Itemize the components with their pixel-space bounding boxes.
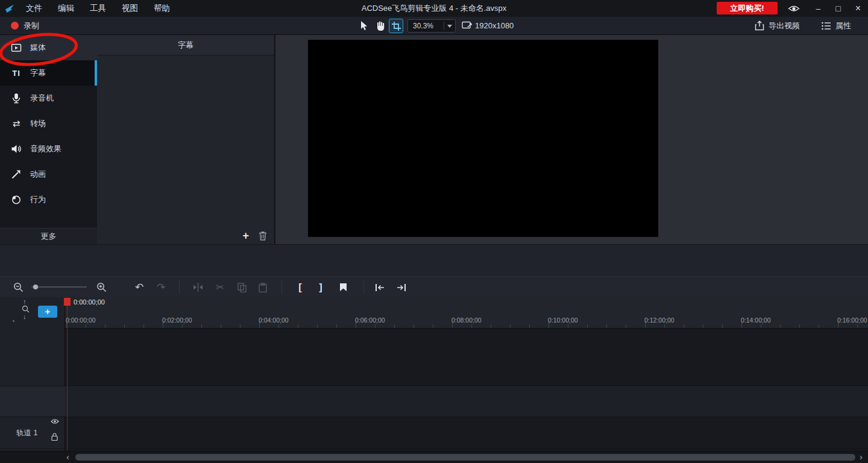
sidebar-item-subtitle[interactable]: TI 字幕 [0,60,97,86]
copy-icon [237,283,247,292]
animation-icon [10,169,22,180]
toolbar-separator [281,280,282,294]
export-video-button[interactable]: 导出视频 [755,17,800,34]
ruler-tick-label: 0:06:00;00 [355,317,385,324]
list-icon [822,22,831,30]
lock-icon [51,433,58,441]
zoom-out-icon [13,282,24,292]
copy-button[interactable] [234,277,249,298]
timeline-track-1-lane[interactable] [65,417,868,449]
project-resolution: 1920x1080 [475,17,514,34]
cut-button[interactable]: ✂ [213,277,227,298]
toolbar-separator [363,280,364,294]
menu-help[interactable]: 帮助 [146,0,178,17]
ruler-tick-label: 0:02:00;00 [162,317,192,324]
microphone-icon [10,93,22,104]
ruler-tick-label: 0:14:00;00 [741,317,771,324]
gutter-dot [13,320,14,322]
playhead-time-label: 0:00:00;00 [74,298,105,306]
track-lock-toggle[interactable] [51,433,58,441]
resolution-icon[interactable] [462,21,472,31]
redo-button[interactable]: ↷ [154,277,168,298]
hand-tool-button[interactable] [373,19,388,33]
sidebar-item-transitions[interactable]: ⇄ 转场 [0,111,97,136]
timeline-lane-upper[interactable] [65,329,868,386]
maximize-button[interactable]: □ [828,0,848,17]
track-visibility-toggle[interactable] [51,418,59,424]
menu-edit[interactable]: 编辑 [50,0,82,17]
panel-header: 字幕 [97,35,274,55]
hand-icon [376,21,385,31]
undo-button[interactable]: ↶ [132,277,146,298]
preview-area [275,35,868,244]
buy-now-button[interactable]: 立即购买! [717,2,778,14]
panel-footer: + [97,227,274,244]
track-zoom-icon[interactable] [22,305,30,313]
timeline-horizontal-scrollbar: ‹ › [0,451,868,463]
sidebar-item-label: 动画 [30,169,46,180]
add-marker-button[interactable] [336,277,350,298]
select-tool-button[interactable] [357,19,371,33]
record-button[interactable]: 录制 [24,17,39,34]
behavior-icon [10,194,22,205]
sidebar-item-audio-effects[interactable]: 音频效果 [0,136,97,162]
timeline-zoom-out-button[interactable] [13,277,24,298]
timeline-toolbar: ↶ ↷ ✂ [ ] [0,276,868,297]
ruler-tick-label: 0:04:00;00 [259,317,289,324]
properties-button[interactable]: 属性 [822,17,851,34]
track-height-decrease-button[interactable]: ↓ [23,313,27,320]
jump-to-start-button[interactable] [373,277,387,298]
sidebar-item-animation[interactable]: 动画 [0,162,97,187]
timeline-zoom-in-button[interactable] [96,277,107,298]
sidebar-item-label: 转场 [30,118,46,129]
scroll-right-button[interactable]: › [860,452,863,463]
playhead-handle[interactable] [64,298,71,306]
subtitle-panel: 字幕 + [97,35,275,244]
sidebar-item-label: 字幕 [30,68,46,78]
sidebar-item-label: 录音机 [30,93,54,104]
acdsee-eye-icon[interactable] [787,3,800,13]
timeline-ruler[interactable]: 0:00:00;00 0:02:00;00 0:04:00;00 0:06:00… [65,297,868,329]
track-height-increase-button[interactable]: ↑ [23,298,27,305]
scroll-left-button[interactable]: ‹ [66,452,69,463]
split-clip-button[interactable] [190,277,205,298]
record-icon[interactable] [11,22,19,30]
paste-icon [259,283,267,292]
sidebar-item-label: 行为 [30,194,46,205]
ruler-tick-label: 0:12:00;00 [644,317,675,324]
sidebar-item-media[interactable]: 媒体 [0,35,97,60]
media-icon [10,42,22,53]
zoom-level-select[interactable]: 30.3% [407,19,456,33]
add-subtitle-button[interactable]: + [242,230,249,242]
menu-file[interactable]: 文件 [18,0,50,17]
timeline-zoom-slider[interactable] [31,286,87,288]
crop-tool-button[interactable] [389,19,403,33]
eye-icon [51,418,59,424]
ruler-tick-label: 0:16:00;00 [837,317,867,324]
jump-to-end-button[interactable] [394,277,409,298]
minimize-button[interactable]: – [808,0,828,17]
menu-view[interactable]: 视图 [114,0,146,17]
subtitle-icon: TI [10,69,22,78]
close-button[interactable]: × [848,0,868,17]
scrollbar-thumb[interactable] [75,454,855,461]
transitions-icon: ⇄ [10,118,22,129]
jump-start-icon [375,283,385,292]
split-icon [193,283,203,292]
video-canvas[interactable] [308,40,658,237]
sidebar-item-recorder[interactable]: 录音机 [0,86,97,111]
sidebar-item-behaviors[interactable]: 行为 [0,187,97,212]
add-track-button[interactable]: + [38,306,57,318]
timeline-zoom-slider-knob[interactable] [33,285,38,289]
mark-out-button[interactable]: ] [314,277,327,298]
mark-in-button[interactable]: [ [294,277,307,298]
paste-button[interactable] [256,277,270,298]
timeline-area: 0:00:00;00 0:02:00;00 0:04:00;00 0:06:00… [0,297,868,451]
sidebar-more-button[interactable]: 更多 [0,228,97,244]
jump-end-icon [397,283,406,292]
speaker-icon [10,143,22,154]
marker-icon [339,283,347,292]
delete-subtitle-button[interactable] [259,231,267,241]
timeline-lane-middle[interactable] [65,386,868,417]
menu-tools[interactable]: 工具 [82,0,114,17]
